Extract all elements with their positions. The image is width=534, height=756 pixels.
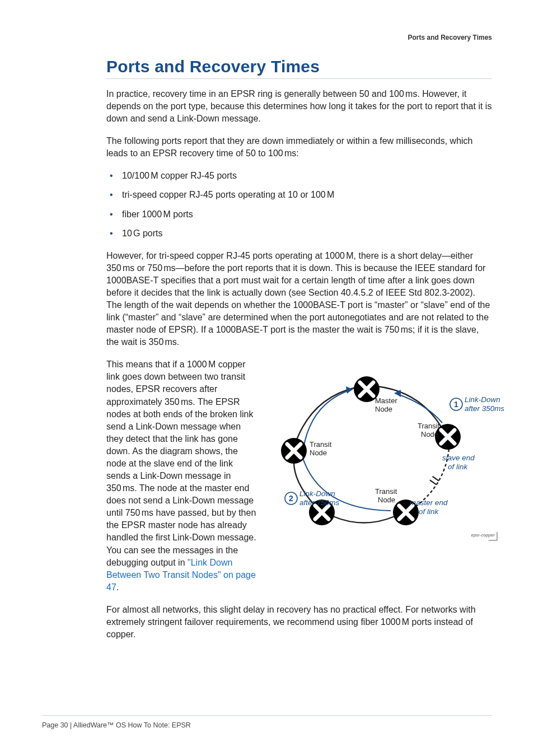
transit-right-label: Transit bbox=[418, 422, 440, 430]
paragraph-diagram-explainer: This means that if a 1000 M copper link … bbox=[106, 358, 257, 593]
footer-rule bbox=[42, 715, 492, 716]
title-rule bbox=[106, 78, 492, 79]
master-end-label: master end bbox=[410, 498, 448, 507]
transit-node-left-icon bbox=[281, 438, 307, 464]
paragraph-intro: In practice, recovery time in an EPSR ri… bbox=[106, 88, 492, 125]
transit-bottom-label: Transit bbox=[375, 487, 397, 496]
transit-bottom-label2: Node bbox=[378, 496, 395, 504]
svg-line-1 bbox=[430, 480, 436, 485]
explainer-text: This means that if a 1000 M copper link … bbox=[106, 360, 256, 567]
callout-number-1: 1 bbox=[454, 400, 458, 409]
transit-left-label: Transit bbox=[310, 440, 332, 449]
transit-left-label2: Node bbox=[310, 449, 327, 457]
list-item: fiber 1000 M ports bbox=[106, 208, 492, 221]
explainer-tail: . bbox=[116, 582, 119, 592]
page-title: Ports and Recovery Times bbox=[106, 57, 492, 76]
slave-end-label2: of link bbox=[448, 463, 469, 471]
list-item: 10 G ports bbox=[106, 227, 492, 240]
master-node-label: Master bbox=[375, 396, 397, 405]
port-list: 10/100 M copper RJ-45 ports tri-speed co… bbox=[106, 170, 492, 239]
list-item: tri-speed copper RJ-45 ports operating a… bbox=[106, 189, 492, 201]
page-footer: Page 30 | AlliedWare™ OS How To Note: EP… bbox=[42, 721, 191, 729]
callout-number-2: 2 bbox=[289, 494, 293, 503]
link-down-1-label2: after 350ms bbox=[465, 404, 504, 413]
ring-arc bbox=[333, 516, 395, 523]
paragraph-lead-in: The following ports report that they are… bbox=[106, 135, 492, 160]
running-header: Ports and Recovery Times bbox=[42, 34, 492, 41]
master-node-label2: Node bbox=[375, 405, 392, 413]
slave-end-label: slave end bbox=[442, 454, 475, 462]
svg-line-0 bbox=[433, 477, 439, 481]
link-down-1-label: Link-Down bbox=[465, 395, 500, 404]
ring-arc bbox=[297, 388, 355, 440]
link-down-2-label2: after 750ms bbox=[299, 498, 340, 507]
list-item: 10/100 M copper RJ-45 ports bbox=[106, 170, 492, 182]
master-end-label2: of link bbox=[419, 507, 439, 516]
ring-diagram: Master Node Transit Node Transit Node Tr… bbox=[269, 358, 504, 554]
paragraph-conclusion: For almost all networks, this slight del… bbox=[106, 604, 492, 641]
paragraph-delay: However, for tri-speed copper RJ-45 port… bbox=[106, 250, 492, 349]
transit-right-label2: Node bbox=[421, 430, 438, 438]
diagram-id-label: epsr-copper bbox=[471, 533, 495, 538]
link-down-2-label: Link-Down bbox=[299, 489, 335, 498]
